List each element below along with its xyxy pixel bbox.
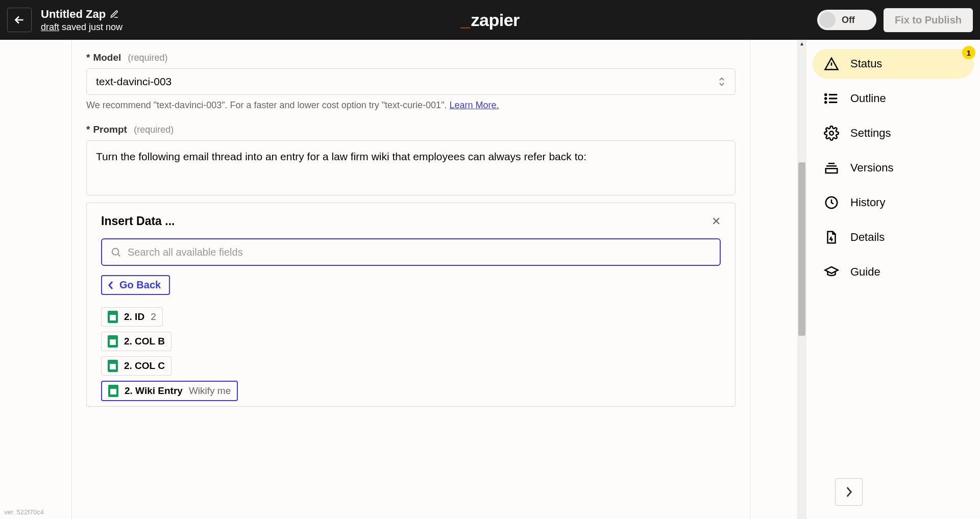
nav-label: Outline: [850, 92, 886, 105]
search-box[interactable]: [101, 238, 721, 266]
gear-icon: [824, 126, 839, 141]
field-chip[interactable]: 2. Wiki EntryWikify me: [101, 381, 238, 401]
nav-label: History: [850, 196, 885, 209]
svg-point-3: [825, 102, 827, 103]
nav-item-history[interactable]: History: [813, 188, 974, 217]
list-icon: [824, 91, 839, 106]
scroll-thumb[interactable]: [798, 162, 805, 336]
nav-item-settings[interactable]: Settings: [813, 118, 974, 148]
nav-item-details[interactable]: Details: [813, 223, 974, 252]
insert-data-panel: Insert Data ... ✕ Go Back 2. ID22. COL B…: [86, 203, 736, 407]
nav-item-guide[interactable]: Guide: [813, 257, 974, 287]
learn-more-link[interactable]: Learn More.: [450, 100, 499, 110]
warning-icon: [824, 56, 839, 71]
search-input[interactable]: [128, 246, 712, 258]
field-chip[interactable]: 2. ID2: [101, 307, 163, 327]
chevron-left-icon: [107, 281, 114, 290]
nav-label: Details: [850, 231, 885, 244]
field-chip[interactable]: 2. COL B: [101, 332, 172, 351]
svg-point-4: [829, 131, 834, 135]
editor-area: *Model (required) text-davinci-003 We re…: [0, 40, 797, 519]
nav-label: Settings: [850, 127, 891, 140]
status-badge: 1: [962, 46, 975, 59]
version-text: ver. 522f70c4: [4, 508, 44, 516]
chip-value: Wikify me: [189, 385, 231, 397]
prompt-input[interactable]: Turn the following email thread into an …: [86, 140, 736, 195]
toggle-knob: [819, 12, 836, 28]
save-status: draft saved just now: [41, 22, 122, 33]
chip-label: 2. ID: [124, 311, 144, 323]
scrollbar[interactable]: ▴: [797, 40, 806, 519]
edit-icon[interactable]: [110, 10, 119, 19]
model-help: We recommend "text-davinci-003". For a f…: [86, 100, 736, 111]
enable-toggle[interactable]: Off: [817, 10, 876, 30]
back-button[interactable]: [7, 8, 32, 32]
nav-item-status[interactable]: Status1: [813, 49, 974, 79]
app-header: Untitled Zap draft saved just now _zapie…: [0, 0, 980, 40]
field-list: 2. ID22. COL B2. COL C2. Wiki EntryWikif…: [101, 307, 721, 401]
sheets-icon: [108, 385, 118, 397]
nav-label: Versions: [850, 161, 893, 175]
bolt-doc-icon: [824, 230, 839, 245]
arrow-left-icon: [13, 13, 26, 27]
field-chip[interactable]: 2. COL C: [101, 356, 172, 376]
collapse-sidebar-button[interactable]: [835, 478, 863, 506]
svg-point-2: [825, 98, 827, 100]
go-back-button[interactable]: Go Back: [101, 275, 170, 295]
step-card: *Model (required) text-davinci-003 We re…: [71, 40, 750, 519]
model-label: *Model (required): [86, 52, 736, 63]
insert-title: Insert Data ...: [101, 214, 175, 228]
draft-label[interactable]: draft: [41, 22, 59, 32]
nav-label: Status: [850, 57, 882, 70]
scroll-up-icon[interactable]: ▴: [797, 40, 806, 47]
close-icon[interactable]: ✕: [712, 215, 721, 228]
right-sidebar: Status1OutlineSettingsVersionsHistoryDet…: [806, 40, 980, 519]
search-icon: [110, 246, 121, 258]
nav-label: Guide: [850, 265, 880, 279]
sheets-icon: [108, 311, 118, 323]
svg-point-1: [825, 94, 827, 95]
chip-label: 2. COL B: [124, 336, 165, 347]
grad-cap-icon: [824, 264, 839, 280]
chevron-updown-icon: [718, 77, 726, 87]
publish-button[interactable]: Fix to Publish: [884, 8, 973, 32]
stack-icon: [824, 160, 839, 176]
sheets-icon: [108, 360, 118, 372]
nav-item-versions[interactable]: Versions: [813, 153, 974, 183]
chip-value: 2: [151, 311, 156, 323]
chip-label: 2. Wiki Entry: [125, 385, 183, 397]
chip-label: 2. COL C: [124, 360, 165, 372]
model-select[interactable]: text-davinci-003: [86, 68, 736, 95]
sheets-icon: [108, 335, 118, 348]
title-block: Untitled Zap draft saved just now: [41, 8, 122, 33]
svg-point-0: [112, 249, 119, 255]
zapier-logo: _zapier: [460, 10, 520, 30]
chevron-right-icon: [845, 486, 852, 498]
clock-icon: [824, 195, 839, 210]
zap-title[interactable]: Untitled Zap: [41, 8, 106, 21]
prompt-label: *Prompt (required): [86, 124, 736, 135]
nav-item-outline[interactable]: Outline: [813, 84, 974, 113]
